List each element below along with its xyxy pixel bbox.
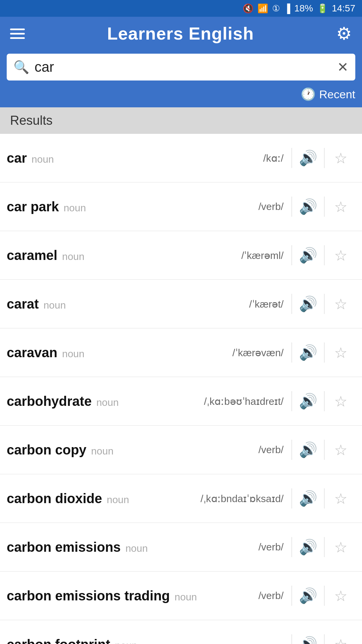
settings-button[interactable]: ⚙ — [336, 23, 352, 44]
favorite-button[interactable]: ☆ — [326, 484, 355, 513]
star-icon: ☆ — [334, 150, 347, 167]
sound-button[interactable]: 🔊 — [293, 289, 323, 319]
word-pos: noun — [64, 202, 86, 214]
word-pos: noun — [32, 154, 54, 165]
word-pos: noun — [96, 397, 119, 408]
divider — [292, 148, 292, 168]
mute-icon: 🔇 — [243, 3, 253, 14]
star-icon: ☆ — [334, 539, 347, 556]
list-item: carbohydrate noun /ˌkɑːbəʊˈhaɪdreɪt/ 🔊 ☆ — [0, 377, 362, 426]
word-term: carbon dioxide — [7, 491, 102, 506]
favorite-button[interactable]: ☆ — [326, 435, 355, 465]
list-item: car noun /kɑː/ 🔊 ☆ — [0, 134, 362, 182]
history-icon: 🕐 — [301, 87, 316, 101]
divider — [324, 440, 324, 460]
word-list: car noun /kɑː/ 🔊 ☆ car park noun /verb/ … — [0, 134, 362, 644]
speaker-icon: 🔊 — [299, 247, 317, 264]
star-icon: ☆ — [334, 198, 347, 215]
speaker-icon: 🔊 — [299, 636, 317, 644]
favorite-button[interactable]: ☆ — [326, 386, 355, 416]
word-term: car — [7, 151, 27, 166]
speaker-icon: 🔊 — [299, 295, 317, 313]
divider — [324, 634, 324, 644]
favorite-button[interactable]: ☆ — [326, 338, 355, 367]
speaker-icon: 🔊 — [299, 490, 317, 507]
word-content: caramel noun — [7, 248, 241, 263]
divider — [324, 197, 324, 217]
wifi-icon: 📶 — [257, 3, 268, 14]
list-item: caravan noun /ˈkærəvæn/ 🔊 ☆ — [0, 328, 362, 377]
star-icon: ☆ — [334, 393, 347, 410]
divider — [292, 537, 292, 557]
word-content: car noun — [7, 151, 263, 166]
word-phonetic: /ˈkærəml/ — [241, 250, 284, 261]
divider — [292, 197, 292, 217]
clear-icon[interactable]: ✕ — [337, 59, 349, 75]
speaker-icon: 🔊 — [299, 538, 317, 556]
recent-container: 🕐 Recent — [0, 87, 362, 107]
sound-button[interactable]: 🔊 — [293, 630, 323, 644]
word-pos: noun — [175, 591, 197, 603]
word-phonetic: /ˌkɑːbəʊˈhaɪdreɪt/ — [204, 395, 284, 407]
sound-button[interactable]: 🔊 — [293, 240, 323, 270]
word-term: car park — [7, 199, 59, 214]
sim-icon: ① — [272, 3, 280, 14]
sound-button[interactable]: 🔊 — [293, 581, 323, 610]
favorite-button[interactable]: ☆ — [326, 143, 355, 173]
word-content: carat noun — [7, 297, 249, 312]
app-header: Learners English ⚙ — [0, 17, 362, 50]
results-label: Results — [10, 113, 53, 127]
search-icon: 🔍 — [13, 60, 29, 74]
favorite-button[interactable]: ☆ — [326, 532, 355, 562]
sound-button[interactable]: 🔊 — [293, 484, 323, 513]
word-content: car park noun — [7, 199, 258, 214]
favorite-button[interactable]: ☆ — [326, 240, 355, 270]
sound-button[interactable]: 🔊 — [293, 338, 323, 367]
divider — [324, 148, 324, 168]
speaker-icon: 🔊 — [299, 441, 317, 459]
word-content: carbon footprint noun — [7, 637, 284, 644]
word-pos: noun — [115, 640, 137, 644]
star-icon: ☆ — [334, 490, 347, 507]
favorite-button[interactable]: ☆ — [326, 289, 355, 319]
sound-button[interactable]: 🔊 — [293, 386, 323, 416]
list-item: carbon dioxide noun /ˌkɑːbndaɪˈɒksaɪd/ 🔊… — [0, 474, 362, 523]
sound-button[interactable]: 🔊 — [293, 192, 323, 221]
word-content: carbon emissions trading noun — [7, 588, 258, 603]
search-input[interactable] — [35, 59, 337, 75]
word-term: caramel — [7, 248, 57, 263]
search-bar: 🔍 ✕ — [7, 54, 355, 80]
star-icon: ☆ — [334, 344, 347, 361]
word-pos: noun — [62, 348, 84, 360]
divider — [324, 245, 324, 265]
star-icon: ☆ — [334, 587, 347, 604]
sound-button[interactable]: 🔊 — [293, 435, 323, 465]
signal-icon: ▐ — [284, 3, 290, 14]
favorite-button[interactable]: ☆ — [326, 192, 355, 221]
battery-icon: 🔋 — [317, 3, 328, 14]
divider — [324, 488, 324, 508]
word-phonetic: /verb/ — [258, 541, 284, 553]
word-term: carbon copy — [7, 442, 86, 458]
clock: 14:57 — [332, 3, 355, 14]
word-phonetic: /verb/ — [258, 201, 284, 212]
word-term: carbon footprint — [7, 637, 110, 644]
divider — [292, 634, 292, 644]
word-pos: noun — [91, 445, 114, 457]
battery-percent: 18% — [294, 3, 313, 14]
menu-button[interactable] — [10, 29, 25, 39]
list-item: car park noun /verb/ 🔊 ☆ — [0, 182, 362, 231]
recent-button[interactable]: 🕐 Recent — [301, 87, 355, 101]
star-icon: ☆ — [334, 296, 347, 313]
sound-button[interactable]: 🔊 — [293, 143, 323, 173]
speaker-icon: 🔊 — [299, 392, 317, 410]
divider — [292, 294, 292, 314]
speaker-icon: 🔊 — [299, 149, 317, 167]
divider — [292, 391, 292, 411]
word-content: carbohydrate noun — [7, 394, 204, 409]
favorite-button[interactable]: ☆ — [326, 581, 355, 610]
word-pos: noun — [125, 543, 148, 554]
sound-button[interactable]: 🔊 — [293, 532, 323, 562]
word-content: caravan noun — [7, 345, 232, 360]
favorite-button[interactable]: ☆ — [326, 630, 355, 644]
